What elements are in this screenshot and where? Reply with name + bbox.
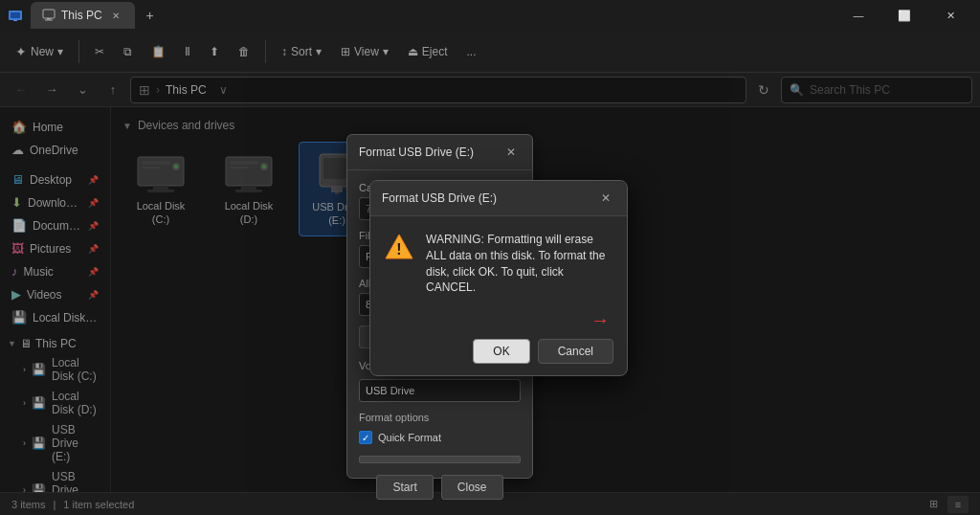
warning-triangle-icon: ! <box>384 232 414 262</box>
warning-dialog-body: ! WARNING: Formatting will erase ALL dat… <box>370 216 627 375</box>
quick-format-label: Quick Format <box>378 432 441 443</box>
warning-message: WARNING: Formatting will erase ALL data … <box>426 232 613 296</box>
svg-rect-4 <box>47 18 51 20</box>
red-arrow-icon: → <box>590 309 610 331</box>
minimize-button[interactable]: — <box>836 0 880 31</box>
svg-rect-5 <box>45 20 53 21</box>
window-controls: — ⬜ ✕ <box>836 0 972 31</box>
format-dialog-title-bar: Format USB Drive (E:) ✕ <box>347 135 532 170</box>
maximize-button[interactable]: ⬜ <box>882 0 926 31</box>
quick-format-checkbox[interactable]: ✓ <box>359 431 372 444</box>
warning-dialog-title-bar: Format USB Drive (E:) ✕ <box>370 181 627 216</box>
svg-rect-1 <box>11 12 20 18</box>
tab-strip: This PC ✕ + <box>31 2 829 29</box>
close-button[interactable]: ✕ <box>928 0 972 31</box>
format-options-section: Format options <box>359 412 521 423</box>
tab-this-pc[interactable]: This PC ✕ <box>31 2 135 29</box>
svg-text:!: ! <box>396 241 401 258</box>
volume-label-input[interactable]: USB Drive <box>359 379 521 402</box>
new-tab-button[interactable]: + <box>137 2 164 29</box>
svg-rect-3 <box>43 10 55 18</box>
warning-dialog: Format USB Drive (E:) ✕ ! WARNING: Forma… <box>369 180 628 376</box>
format-dialog-buttons: Start Close <box>359 475 521 500</box>
warning-dialog-buttons: OK Cancel <box>384 339 613 364</box>
format-close-button[interactable]: Close <box>441 475 503 500</box>
format-start-button[interactable]: Start <box>376 475 433 500</box>
warning-dialog-title: Format USB Drive (E:) <box>382 191 497 205</box>
format-dialog-close-button[interactable]: ✕ <box>501 143 521 162</box>
warning-content: ! WARNING: Formatting will erase ALL dat… <box>384 232 613 296</box>
format-progress-bar <box>359 456 521 463</box>
warning-arrow-row: → <box>384 309 613 331</box>
quick-format-row: ✓ Quick Format <box>359 431 521 444</box>
tab-close-button[interactable]: ✕ <box>108 8 123 23</box>
format-progress-fill <box>360 457 520 462</box>
app-icon <box>8 8 23 23</box>
warning-ok-button[interactable]: OK <box>473 339 529 364</box>
svg-rect-2 <box>13 20 17 21</box>
format-dialog-title: Format USB Drive (E:) <box>359 146 474 159</box>
tab-label: This PC <box>61 9 102 22</box>
warning-dialog-close-button[interactable]: ✕ <box>596 189 615 208</box>
warning-cancel-button[interactable]: Cancel <box>538 339 613 364</box>
monitor-icon <box>42 9 56 22</box>
title-bar: This PC ✕ + — ⬜ ✕ <box>0 0 980 31</box>
